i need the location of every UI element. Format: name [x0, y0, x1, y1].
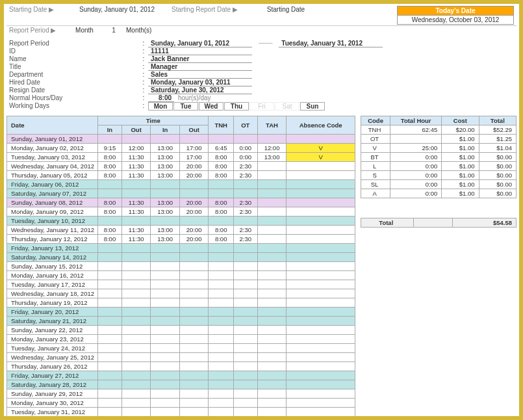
- day-tue[interactable]: Tue: [173, 102, 198, 111]
- cell-abs[interactable]: [287, 380, 355, 389]
- cell-abs[interactable]: [287, 371, 355, 380]
- cell-out1[interactable]: [121, 353, 151, 362]
- cell-ot[interactable]: 2:30: [233, 235, 257, 244]
- cell-ot[interactable]: 2:30: [233, 198, 257, 207]
- cell-tnh[interactable]: [209, 189, 233, 198]
- cell-out1[interactable]: [121, 380, 151, 389]
- cell-abs[interactable]: [287, 280, 355, 289]
- cell-in2[interactable]: [151, 371, 180, 380]
- cell-in2[interactable]: [151, 189, 180, 198]
- cell-out2[interactable]: 20:00: [179, 226, 209, 235]
- cell-tnh[interactable]: [209, 262, 233, 271]
- cell-in1[interactable]: [98, 362, 122, 371]
- cell-tah[interactable]: [257, 162, 287, 171]
- cell-abs[interactable]: [287, 298, 355, 308]
- cell-in2[interactable]: [151, 262, 180, 271]
- cell-abs[interactable]: [287, 399, 355, 408]
- cell-tah[interactable]: [257, 399, 287, 408]
- cell-abs[interactable]: [287, 217, 355, 226]
- starting-date-value[interactable]: Sunday, January 01, 2012: [65, 5, 169, 25]
- cell-ot[interactable]: [233, 326, 257, 335]
- cell-tnh[interactable]: [209, 244, 233, 253]
- cell-in1[interactable]: 8:00: [98, 235, 122, 244]
- cell-in2[interactable]: [151, 271, 180, 280]
- cell-in2[interactable]: [151, 135, 180, 144]
- cell-out1[interactable]: [121, 244, 151, 253]
- cell-in1[interactable]: 8:00: [98, 226, 122, 235]
- cell-tah[interactable]: [257, 135, 287, 144]
- cell-in2[interactable]: [151, 408, 180, 417]
- cell-abs[interactable]: [287, 171, 355, 180]
- cell-out2[interactable]: [179, 344, 209, 353]
- cell-out2[interactable]: [179, 189, 209, 198]
- cell-tnh[interactable]: 6:45: [209, 144, 233, 153]
- cell-tah[interactable]: [257, 289, 287, 298]
- cell-out1[interactable]: [121, 271, 151, 280]
- cell-ot[interactable]: [233, 135, 257, 144]
- cell-out2[interactable]: [179, 271, 209, 280]
- cell-in1[interactable]: 8:00: [98, 198, 122, 207]
- cell-in2[interactable]: [151, 280, 180, 289]
- cell-out1[interactable]: [121, 344, 151, 353]
- cell-in1[interactable]: [98, 326, 122, 335]
- cell-tah[interactable]: [257, 298, 287, 308]
- cell-in1[interactable]: [98, 399, 122, 408]
- title-value[interactable]: Manager: [148, 63, 252, 71]
- day-sun[interactable]: Sun: [300, 102, 325, 111]
- cell-tah[interactable]: [257, 207, 287, 217]
- cell-in2[interactable]: [151, 289, 180, 298]
- cell-abs[interactable]: [287, 262, 355, 271]
- cell-in1[interactable]: 8:00: [98, 207, 122, 217]
- cell-out2[interactable]: [179, 308, 209, 317]
- cell-in2[interactable]: [151, 180, 180, 189]
- cell-abs[interactable]: [287, 389, 355, 399]
- cell-ot[interactable]: [233, 389, 257, 399]
- cell-out2[interactable]: [179, 399, 209, 408]
- cell-in1[interactable]: 8:00: [98, 162, 122, 171]
- cell-tnh[interactable]: [209, 298, 233, 308]
- cell-ot[interactable]: [233, 180, 257, 189]
- cell-in1[interactable]: [98, 353, 122, 362]
- id-value[interactable]: 11111: [148, 47, 252, 55]
- cell-out2[interactable]: [179, 326, 209, 335]
- cell-tnh[interactable]: [209, 389, 233, 399]
- cell-in1[interactable]: [98, 217, 122, 226]
- cell-out2[interactable]: [179, 262, 209, 271]
- cell-tah[interactable]: [257, 244, 287, 253]
- cell-in2[interactable]: [151, 253, 180, 262]
- cell-ot[interactable]: [233, 353, 257, 362]
- starting-report-value[interactable]: Starting Date: [253, 5, 318, 25]
- cell-tah[interactable]: [257, 280, 287, 289]
- cell-abs[interactable]: V: [287, 144, 355, 153]
- cell-tnh[interactable]: [209, 217, 233, 226]
- cell-in1[interactable]: 8:00: [98, 171, 122, 180]
- cell-in2[interactable]: [151, 380, 180, 389]
- cell-in2[interactable]: 13:00: [151, 198, 180, 207]
- day-fri[interactable]: Fri: [249, 102, 274, 111]
- cell-tah[interactable]: [257, 226, 287, 235]
- cell-out1[interactable]: [121, 289, 151, 298]
- cell-tnh[interactable]: 8:00: [209, 207, 233, 217]
- cell-ot[interactable]: 2:30: [233, 207, 257, 217]
- cell-out1[interactable]: [121, 135, 151, 144]
- cell-out1[interactable]: [121, 408, 151, 417]
- cell-out2[interactable]: [179, 135, 209, 144]
- cell-tnh[interactable]: 8:00: [209, 198, 233, 207]
- cell-ot[interactable]: [233, 371, 257, 380]
- cell-out2[interactable]: [179, 353, 209, 362]
- cell-in2[interactable]: 13:00: [151, 162, 180, 171]
- cell-out1[interactable]: [121, 362, 151, 371]
- cell-ot[interactable]: [233, 217, 257, 226]
- cell-tnh[interactable]: [209, 353, 233, 362]
- cell-in2[interactable]: 13:00: [151, 144, 180, 153]
- cell-out2[interactable]: 20:00: [179, 162, 209, 171]
- cell-out1[interactable]: [121, 217, 151, 226]
- cell-out2[interactable]: [179, 389, 209, 399]
- cell-tah[interactable]: [257, 189, 287, 198]
- cell-in1[interactable]: [98, 289, 122, 298]
- cell-out1[interactable]: 11:30: [121, 207, 151, 217]
- cell-out2[interactable]: [179, 217, 209, 226]
- cell-abs[interactable]: [287, 353, 355, 362]
- cell-ot[interactable]: [233, 262, 257, 271]
- cell-tah[interactable]: [257, 253, 287, 262]
